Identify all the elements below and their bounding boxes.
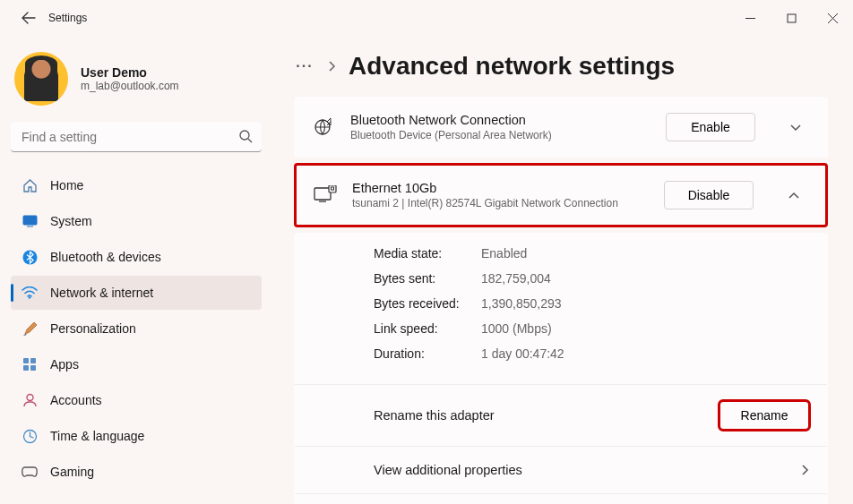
search-input[interactable] xyxy=(11,122,262,152)
globe-icon xyxy=(311,115,336,140)
breadcrumb: ··· Advanced network settings xyxy=(294,52,828,81)
chevron-up-icon xyxy=(788,192,800,200)
sidebar-item-label: Bluetooth & devices xyxy=(50,250,161,264)
adapter-card-ethernet: Ethernet 10Gb tsunami 2 | Intel(R) 82574… xyxy=(294,163,828,227)
sidebar-item-gaming[interactable]: Gaming xyxy=(11,455,262,489)
detail-label: Link speed: xyxy=(374,321,481,336)
page-title: Advanced network settings xyxy=(349,52,675,81)
more-options-row: More adapter options Edit xyxy=(295,493,827,504)
sidebar-item-label: Home xyxy=(50,178,83,192)
main-content: ··· Advanced network settings Bluetooth … xyxy=(272,36,853,504)
svg-rect-15 xyxy=(329,185,336,192)
detail-value: Enabled xyxy=(481,246,527,261)
adapter-title: Ethernet 10Gb xyxy=(352,181,650,195)
breadcrumb-more-button[interactable]: ··· xyxy=(294,56,315,77)
user-profile[interactable]: User Demo m_lab@outlook.com xyxy=(11,45,262,122)
view-properties-label: View additional properties xyxy=(374,463,522,477)
detail-value: 1 day 00:47:42 xyxy=(481,346,564,361)
adapter-subtitle: tsunami 2 | Intel(R) 82574L Gigabit Netw… xyxy=(352,197,650,209)
svg-rect-6 xyxy=(23,358,29,363)
detail-media-state: Media state: Enabled xyxy=(374,241,809,266)
detail-bytes-received: Bytes received: 1,390,850,293 xyxy=(374,291,809,316)
svg-rect-3 xyxy=(27,226,33,227)
paintbrush-icon xyxy=(22,320,38,337)
sidebar-item-label: Time & language xyxy=(50,429,144,443)
system-icon xyxy=(22,213,38,229)
view-properties-row[interactable]: View additional properties xyxy=(295,446,827,493)
sidebar-item-label: System xyxy=(50,214,92,228)
svg-point-10 xyxy=(27,395,33,401)
sidebar-item-bluetooth[interactable]: Bluetooth & devices xyxy=(11,240,262,274)
svg-rect-9 xyxy=(30,365,36,371)
adapter-details-card: Media state: Enabled Bytes sent: 182,759… xyxy=(294,233,828,504)
adapter-header[interactable]: Ethernet 10Gb tsunami 2 | Intel(R) 82574… xyxy=(297,166,825,225)
detail-label: Bytes sent: xyxy=(374,271,481,286)
home-icon xyxy=(22,177,38,193)
detail-value: 1,390,850,293 xyxy=(481,296,562,311)
minimize-icon xyxy=(745,13,755,23)
maximize-button[interactable] xyxy=(771,4,812,32)
sidebar-item-accounts[interactable]: Accounts xyxy=(11,383,262,417)
user-name: User Demo xyxy=(81,65,179,80)
minimize-button[interactable] xyxy=(729,4,771,32)
arrow-left-icon xyxy=(22,11,36,25)
back-button[interactable] xyxy=(13,11,45,25)
nav: Home System Bluetooth & devices Network … xyxy=(11,168,262,504)
disable-button[interactable]: Disable xyxy=(664,181,754,209)
sidebar-item-home[interactable]: Home xyxy=(11,168,262,202)
adapter-header[interactable]: Bluetooth Network Connection Bluetooth D… xyxy=(295,98,827,157)
titlebar: Settings xyxy=(0,0,853,36)
chevron-right-icon xyxy=(801,464,809,476)
wifi-icon xyxy=(22,285,38,301)
rename-adapter-row: Rename this adapter Rename xyxy=(295,384,827,446)
search-container xyxy=(11,122,262,152)
sidebar-item-label: Network & internet xyxy=(50,286,153,300)
search-icon xyxy=(238,129,253,143)
detail-label: Media state: xyxy=(374,246,481,261)
sidebar-item-personalization[interactable]: Personalization xyxy=(11,312,262,346)
apps-icon xyxy=(22,356,38,372)
detail-link-speed: Link speed: 1000 (Mbps) xyxy=(374,316,809,341)
detail-duration: Duration: 1 day 00:47:42 xyxy=(374,341,809,366)
svg-point-1 xyxy=(240,131,249,140)
adapter-card-bluetooth: Bluetooth Network Connection Bluetooth D… xyxy=(294,97,828,158)
chevron-down-icon xyxy=(789,124,802,132)
clock-globe-icon xyxy=(22,428,38,444)
detail-label: Bytes received: xyxy=(374,296,481,311)
user-email: m_lab@outlook.com xyxy=(81,80,179,92)
person-icon xyxy=(22,392,38,408)
maximize-icon xyxy=(787,13,797,23)
adapter-title: Bluetooth Network Connection xyxy=(350,113,651,127)
window-title: Settings xyxy=(48,12,87,24)
gaming-icon xyxy=(22,464,38,480)
sidebar-item-system[interactable]: System xyxy=(11,204,262,238)
rename-button[interactable]: Rename xyxy=(719,401,809,430)
svg-rect-2 xyxy=(23,216,37,225)
sidebar-item-label: Apps xyxy=(50,357,79,372)
collapse-button[interactable] xyxy=(779,180,809,210)
sidebar-item-label: Personalization xyxy=(50,321,136,336)
ethernet-icon xyxy=(313,183,338,208)
svg-rect-7 xyxy=(30,358,36,363)
sidebar-item-label: Gaming xyxy=(50,465,94,479)
svg-rect-0 xyxy=(788,14,796,22)
sidebar-item-time-language[interactable]: Time & language xyxy=(11,419,262,453)
sidebar-item-label: Accounts xyxy=(50,393,102,407)
close-button[interactable] xyxy=(812,4,853,32)
rename-label: Rename this adapter xyxy=(374,408,495,423)
enable-button[interactable]: Enable xyxy=(666,113,755,141)
svg-rect-13 xyxy=(314,188,331,200)
sidebar-item-apps[interactable]: Apps xyxy=(11,347,262,381)
close-icon xyxy=(828,13,838,23)
detail-value: 1000 (Mbps) xyxy=(481,321,552,336)
adapter-subtitle: Bluetooth Device (Personal Area Network) xyxy=(350,129,651,141)
detail-label: Duration: xyxy=(374,346,481,361)
expand-button[interactable] xyxy=(780,112,811,142)
svg-rect-8 xyxy=(23,365,29,371)
avatar xyxy=(14,52,68,106)
chevron-right-icon xyxy=(328,60,336,73)
bluetooth-icon xyxy=(22,249,38,265)
sidebar-item-network[interactable]: Network & internet xyxy=(11,276,262,310)
detail-value: 182,759,004 xyxy=(481,271,551,286)
adapter-details: Media state: Enabled Bytes sent: 182,759… xyxy=(295,234,827,384)
